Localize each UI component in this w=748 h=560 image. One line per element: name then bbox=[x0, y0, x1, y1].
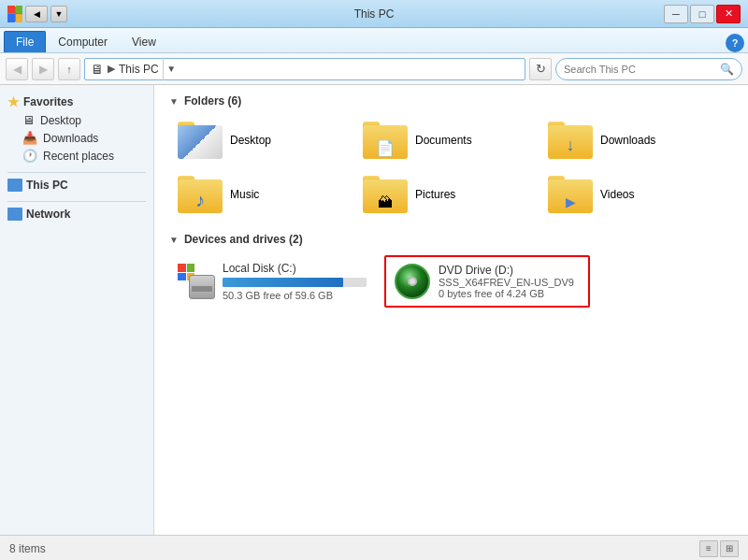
sidebar-network-label: Network bbox=[26, 208, 70, 221]
sidebar-divider-2 bbox=[7, 201, 146, 202]
recent-icon: 🕐 bbox=[22, 149, 37, 163]
downloads-folder-icon: 📥 bbox=[22, 131, 37, 145]
ribbon: File Computer View ? bbox=[0, 28, 748, 53]
sidebar-favorites-label: Favorites bbox=[23, 95, 73, 108]
refresh-button[interactable]: ↻ bbox=[529, 58, 552, 80]
tab-view[interactable]: View bbox=[120, 31, 168, 52]
device-subtitle-d: SSS_X64FREV_EN-US_DV9 bbox=[439, 277, 581, 288]
sidebar-item-recent[interactable]: 🕐 Recent places bbox=[0, 147, 153, 165]
view-buttons: ≡ ⊞ bbox=[699, 540, 739, 557]
folder-label-videos: Videos bbox=[600, 188, 634, 201]
search-input[interactable] bbox=[564, 64, 716, 75]
this-pc-icon bbox=[7, 179, 22, 192]
folders-grid: Desktop Documents Downloads bbox=[169, 117, 733, 218]
title-bar: ◀ ▼ This PC ─ □ ✕ bbox=[0, 0, 748, 28]
main-layout: ★ Favorites 🖥 Desktop 📥 Downloads 🕐 Rece… bbox=[0, 85, 748, 535]
address-path-text: This PC bbox=[119, 63, 159, 76]
folder-label-downloads: Downloads bbox=[600, 134, 655, 147]
sidebar-recent-label: Recent places bbox=[43, 150, 114, 163]
desktop-icon: 🖥 bbox=[22, 113, 35, 127]
up-button[interactable]: ↑ bbox=[58, 58, 80, 80]
device-item-c[interactable]: Local Disk (C:) 50.3 GB free of 59.6 GB bbox=[169, 255, 375, 308]
device-info-d: DVD Drive (D:) SSS_X64FREV_EN-US_DV9 0 b… bbox=[439, 264, 581, 299]
maximize-button[interactable]: □ bbox=[690, 5, 714, 23]
device-name-c: Local Disk (C:) bbox=[223, 262, 367, 275]
device-name-d: DVD Drive (D:) bbox=[439, 264, 581, 277]
content-area: ▼ Folders (6) Desktop Documents bbox=[154, 85, 748, 535]
address-bar[interactable]: 🖥 ▶ This PC ▼ bbox=[84, 58, 525, 80]
status-bar: 8 items ≡ ⊞ bbox=[0, 535, 748, 560]
hdd-icon bbox=[178, 263, 215, 300]
folder-item-pictures[interactable]: Pictures bbox=[354, 171, 532, 218]
sidebar-network-section: Network bbox=[0, 206, 153, 223]
address-bar-icon: 🖥 bbox=[91, 62, 104, 77]
tiles-view-button[interactable]: ⊞ bbox=[720, 540, 739, 557]
search-box[interactable]: 🔍 bbox=[555, 58, 742, 80]
documents-folder-icon bbox=[363, 122, 408, 159]
dvd-icon bbox=[394, 263, 431, 300]
details-view-button[interactable]: ≡ bbox=[699, 540, 718, 557]
title-bar-left: ◀ ▼ bbox=[7, 6, 67, 22]
folders-section-header: ▼ Folders (6) bbox=[169, 94, 733, 108]
window-controls: ─ □ ✕ bbox=[664, 5, 741, 23]
device-progress-c bbox=[223, 278, 367, 287]
sidebar-downloads-label: Downloads bbox=[43, 132, 98, 145]
address-dropdown[interactable]: ▼ bbox=[163, 58, 180, 80]
sidebar-item-desktop[interactable]: 🖥 Desktop bbox=[0, 111, 153, 129]
device-item-d[interactable]: DVD Drive (D:) SSS_X64FREV_EN-US_DV9 0 b… bbox=[384, 255, 590, 308]
app-icon bbox=[7, 7, 22, 22]
sidebar-desktop-label: Desktop bbox=[40, 114, 81, 127]
minimize-button[interactable]: ─ bbox=[664, 5, 688, 23]
downloads-folder-icon bbox=[548, 122, 593, 159]
folders-arrow-icon: ▼ bbox=[169, 96, 179, 107]
sidebar-thispc-label: This PC bbox=[26, 179, 68, 192]
sidebar-divider-1 bbox=[7, 172, 146, 173]
pictures-folder-icon bbox=[363, 176, 408, 213]
quick-access-btn[interactable]: ◀ bbox=[25, 6, 48, 22]
folder-label-pictures: Pictures bbox=[415, 188, 455, 201]
ribbon-tabs: File Computer View ? bbox=[0, 28, 748, 52]
folder-label-desktop: Desktop bbox=[230, 134, 271, 147]
devices-arrow-icon: ▼ bbox=[169, 235, 179, 245]
sidebar-favorites-header[interactable]: ★ Favorites bbox=[0, 93, 153, 111]
device-progress-fill-c bbox=[223, 278, 343, 287]
sidebar-item-downloads[interactable]: 📥 Downloads bbox=[0, 129, 153, 147]
folder-item-downloads[interactable]: Downloads bbox=[539, 117, 717, 164]
device-info-c: Local Disk (C:) 50.3 GB free of 59.6 GB bbox=[223, 262, 367, 301]
music-folder-icon bbox=[178, 176, 223, 213]
sidebar-network-header[interactable]: Network bbox=[0, 206, 153, 223]
device-space-d: 0 bytes free of 4.24 GB bbox=[439, 288, 581, 299]
devices-section-label: Devices and drives (2) bbox=[184, 233, 303, 246]
star-icon: ★ bbox=[7, 94, 20, 109]
forward-button[interactable]: ▶ bbox=[32, 58, 54, 80]
quick-access-dropdown[interactable]: ▼ bbox=[50, 6, 67, 22]
sidebar-thispc-header[interactable]: This PC bbox=[0, 177, 153, 194]
folders-section-label: Folders (6) bbox=[184, 94, 241, 108]
window-title: This PC bbox=[354, 7, 395, 21]
network-icon bbox=[7, 208, 22, 221]
device-space-c: 50.3 GB free of 59.6 GB bbox=[223, 290, 367, 301]
devices-section-header: ▼ Devices and drives (2) bbox=[169, 233, 733, 246]
search-icon: 🔍 bbox=[720, 63, 734, 76]
sidebar-thispc-section: This PC bbox=[0, 177, 153, 194]
videos-folder-icon bbox=[548, 176, 593, 213]
folder-label-music: Music bbox=[230, 188, 259, 201]
close-button[interactable]: ✕ bbox=[716, 5, 741, 23]
help-button[interactable]: ? bbox=[726, 34, 744, 52]
sidebar-favorites-section: ★ Favorites 🖥 Desktop 📥 Downloads 🕐 Rece… bbox=[0, 93, 153, 165]
tab-computer[interactable]: Computer bbox=[46, 31, 120, 52]
folder-item-music[interactable]: Music bbox=[169, 171, 347, 218]
sidebar: ★ Favorites 🖥 Desktop 📥 Downloads 🕐 Rece… bbox=[0, 85, 154, 535]
desktop-folder-icon bbox=[178, 122, 223, 159]
back-button[interactable]: ◀ bbox=[6, 58, 28, 80]
disk-body bbox=[189, 275, 215, 299]
folder-item-videos[interactable]: Videos bbox=[539, 171, 717, 218]
status-items-label: 8 items bbox=[9, 542, 46, 555]
toolbar-row: ◀ ▶ ↑ 🖥 ▶ This PC ▼ ↻ 🔍 bbox=[0, 53, 748, 85]
devices-grid: Local Disk (C:) 50.3 GB free of 59.6 GB … bbox=[169, 255, 733, 308]
folder-item-desktop[interactable]: Desktop bbox=[169, 117, 347, 164]
tab-file[interactable]: File bbox=[4, 31, 46, 52]
folder-label-documents: Documents bbox=[415, 134, 472, 147]
folder-item-documents[interactable]: Documents bbox=[354, 117, 532, 164]
address-path-separator: ▶ bbox=[108, 63, 115, 75]
